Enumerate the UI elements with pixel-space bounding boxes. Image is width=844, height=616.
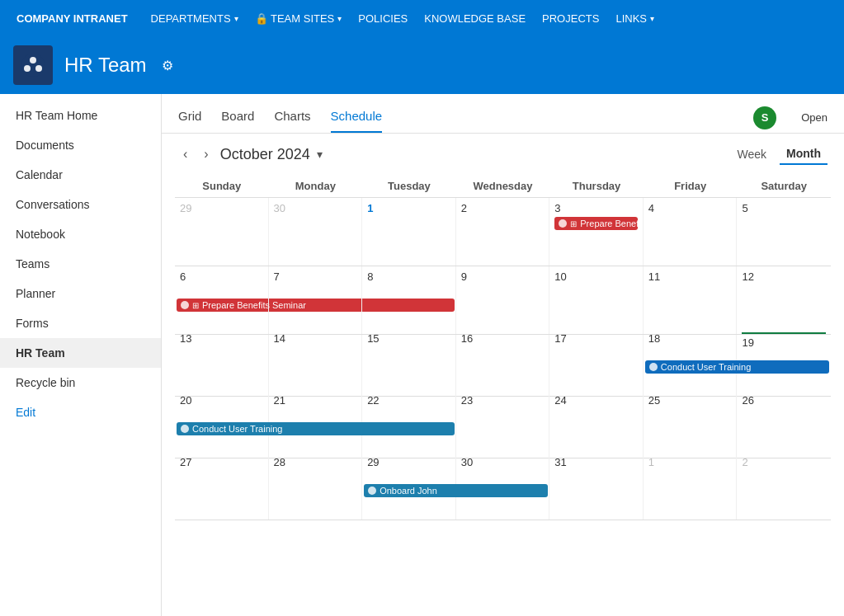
- day-cell-oct9[interactable]: 9: [456, 266, 550, 334]
- day-cell-oct2[interactable]: 2: [456, 198, 550, 266]
- col-header-tuesday: Tuesday: [362, 175, 456, 197]
- day-cell-oct8[interactable]: 8: [362, 266, 456, 334]
- day-cell-oct28[interactable]: 28: [269, 452, 363, 520]
- tabs-bar: Grid Board Charts Schedule S Open: [162, 94, 844, 134]
- day-number: 29: [367, 456, 450, 468]
- month-title: October 2024: [220, 146, 310, 163]
- sidebar-item-recycle-bin[interactable]: Recycle bin: [0, 368, 161, 397]
- day-number: 8: [367, 270, 450, 283]
- nav-projects[interactable]: PROJECTS: [535, 12, 606, 25]
- svg-point-1: [30, 57, 36, 63]
- event-prepare-benefits-seminar-w1[interactable]: ⊞ Prepare Benefits Seminar: [554, 217, 638, 230]
- day-number: 31: [554, 456, 638, 468]
- day-cell-oct27[interactable]: 27: [175, 452, 269, 520]
- day-cell-oct11[interactable]: 11: [644, 266, 738, 334]
- day-number: 28: [274, 456, 357, 468]
- day-number: 26: [742, 394, 826, 407]
- event-status-icon: [181, 425, 189, 433]
- nav-links[interactable]: LINKS ▾: [609, 12, 661, 25]
- event-label: Conduct User Training: [192, 424, 282, 434]
- main-content: Grid Board Charts Schedule S Open ‹ › Oc…: [162, 94, 844, 616]
- day-cell-oct1[interactable]: 1: [362, 198, 456, 266]
- sidebar-item-planner[interactable]: Planner: [0, 279, 161, 308]
- event-label: Conduct User Training: [661, 362, 751, 372]
- tab-schedule[interactable]: Schedule: [331, 102, 383, 133]
- day-cell-oct15[interactable]: 15: [362, 328, 456, 396]
- sidebar-item-hr-team-home[interactable]: HR Team Home: [0, 101, 161, 130]
- event-conduct-user-training-w3[interactable]: Conduct User Training: [645, 360, 829, 374]
- tab-board[interactable]: Board: [221, 102, 254, 133]
- svg-point-3: [35, 65, 42, 72]
- event-task-icon: ⊞: [570, 219, 577, 228]
- nav-policies[interactable]: POLICIES: [351, 12, 414, 25]
- day-cell-oct23[interactable]: 23: [456, 390, 550, 458]
- day-cell-oct24[interactable]: 24: [549, 390, 644, 458]
- day-cell-oct26[interactable]: 26: [737, 390, 831, 458]
- prev-month-button[interactable]: ‹: [178, 145, 192, 163]
- view-month-button[interactable]: Month: [780, 143, 827, 165]
- day-number: 6: [180, 270, 263, 283]
- day-number: 7: [274, 270, 357, 283]
- day-number: 5: [742, 202, 826, 214]
- day-number: 30: [461, 456, 545, 468]
- day-number: 1: [367, 202, 450, 214]
- sidebar-item-teams[interactable]: Teams: [0, 249, 161, 279]
- sidebar-item-conversations[interactable]: Conversations: [0, 190, 161, 219]
- day-cell-oct25[interactable]: 25: [644, 390, 738, 458]
- day-cell-oct17[interactable]: 17: [549, 328, 644, 396]
- day-cell-oct6[interactable]: 6: [175, 266, 269, 334]
- day-cell-oct3[interactable]: 3 ⊞ Prepare Benefits Seminar: [549, 198, 644, 266]
- nav-knowledge-base[interactable]: KNOWLEDGE BASE: [417, 12, 532, 25]
- month-dropdown-button[interactable]: ▾: [317, 148, 323, 161]
- settings-icon[interactable]: ⚙: [162, 58, 173, 73]
- col-header-friday: Friday: [644, 175, 738, 197]
- tab-charts[interactable]: Charts: [274, 102, 310, 133]
- sidebar-item-calendar[interactable]: Calendar: [0, 160, 161, 190]
- day-cell-oct10[interactable]: 10: [549, 266, 644, 334]
- day-cell-oct13[interactable]: 13: [175, 328, 269, 396]
- day-cell-oct12[interactable]: 12: [737, 266, 831, 334]
- day-number: 2: [461, 202, 545, 214]
- day-cell-oct31[interactable]: 31: [549, 452, 644, 520]
- sidebar-item-edit[interactable]: Edit: [0, 397, 161, 427]
- day-number today-top: 19: [742, 332, 826, 349]
- sidebar-item-documents[interactable]: Documents: [0, 130, 161, 160]
- event-label: Onboard John: [380, 486, 437, 496]
- site-header: HR Team ⚙: [0, 36, 844, 94]
- day-cell-oct14[interactable]: 14: [269, 328, 363, 396]
- sidebar-item-hr-team[interactable]: HR Team: [0, 338, 161, 368]
- day-number: 24: [554, 394, 638, 407]
- next-month-button[interactable]: ›: [199, 145, 213, 163]
- day-cell-oct7[interactable]: 7: [269, 266, 363, 334]
- top-navigation: COMPANY INTRANET DEPARTMENTS ▾ 🔒 TEAM SI…: [0, 0, 844, 36]
- nav-departments[interactable]: DEPARTMENTS ▾: [144, 12, 245, 25]
- day-cell-sep30[interactable]: 30: [269, 198, 363, 266]
- day-number: 1: [648, 456, 732, 468]
- calendar-controls: ‹ › October 2024 ▾ Week Month: [162, 134, 844, 175]
- day-cell-oct5[interactable]: 5: [737, 198, 831, 266]
- event-onboard-john[interactable]: Onboard John: [364, 484, 548, 497]
- day-number: 29: [180, 202, 263, 214]
- event-status-icon: [649, 363, 658, 371]
- sidebar-item-notebook[interactable]: Notebook: [0, 219, 161, 249]
- day-cell-oct16[interactable]: 16: [456, 328, 550, 396]
- brand-label: COMPANY INTRANET: [10, 12, 134, 25]
- day-number: 21: [274, 394, 357, 407]
- event-status-icon: [559, 219, 567, 228]
- day-cell-nov2[interactable]: 2: [737, 452, 831, 520]
- tab-grid[interactable]: Grid: [178, 102, 201, 133]
- nav-team-sites[interactable]: 🔒 TEAM SITES ▾: [248, 12, 349, 25]
- day-number: 22: [367, 394, 450, 407]
- col-header-thursday: Thursday: [549, 175, 644, 197]
- logo-svg: [20, 52, 46, 78]
- sidebar-item-forms[interactable]: Forms: [0, 308, 161, 338]
- day-cell-nov1[interactable]: 1: [644, 452, 738, 520]
- event-label: Prepare Benefits Seminar: [580, 219, 638, 228]
- open-button[interactable]: Open: [801, 111, 827, 124]
- view-week-button[interactable]: Week: [730, 144, 773, 164]
- calendar-week-2: 6 7 8 9 10 11 12: [175, 266, 831, 335]
- day-cell-oct4[interactable]: 4: [644, 198, 738, 266]
- event-conduct-user-training-w4[interactable]: Conduct User Training: [177, 422, 455, 435]
- day-cell-sep29[interactable]: 29: [175, 198, 269, 266]
- day-number: 30: [274, 202, 357, 214]
